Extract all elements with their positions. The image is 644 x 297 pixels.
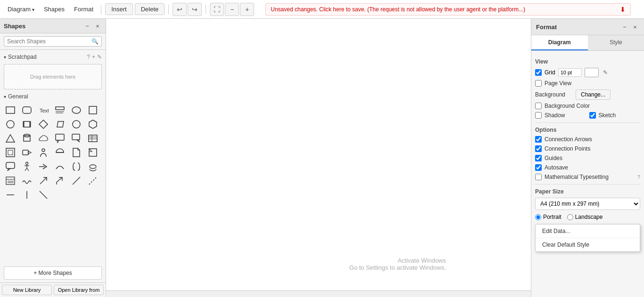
shape-rounded-rect[interactable] [20,104,33,117]
shapes-minimize-button[interactable]: − [83,22,91,30]
clear-default-style-menu-item[interactable]: Clear Default Style [536,238,640,251]
delete-button[interactable]: Delete [135,3,165,15]
shape-table[interactable] [86,132,99,145]
shape-line-diag2[interactable] [37,188,50,201]
history-tools: ↩ ↪ [173,3,202,16]
canvas-area[interactable]: Activate Windows Go to Settings to activ… [106,19,531,297]
grid-checkbox[interactable] [535,69,542,76]
scratchpad-help-button[interactable]: ? [87,54,90,60]
shape-callout[interactable] [53,132,66,145]
shape-heading[interactable] [53,104,66,117]
more-shapes-button[interactable]: + More Shapes [4,266,102,280]
shape-hexagon[interactable] [86,118,99,131]
guides-checkbox[interactable] [535,155,542,161]
unsaved-banner[interactable]: Unsaved changes. Click here to save. (Th… [265,3,631,16]
shape-parallelogram[interactable] [53,118,66,131]
shape-person[interactable] [37,146,50,159]
edit-data-menu-item[interactable]: Edit Data... [536,225,640,238]
menu-diagram[interactable]: Diagram [4,4,38,15]
connection-arrows-checkbox[interactable] [535,136,542,143]
shape-cloud[interactable] [37,132,50,145]
shape-line-v[interactable] [20,188,33,201]
shape-stick-figure[interactable] [20,160,33,173]
shape-another-callout[interactable] [70,132,83,145]
menu-format[interactable]: Format [70,4,97,15]
scratchpad-drop-area[interactable]: Drag elements here [4,64,102,89]
tab-diagram[interactable]: Diagram [531,35,588,50]
shape-triangle[interactable] [4,132,17,145]
shape-diamond[interactable] [37,118,50,131]
shape-segment[interactable] [53,160,66,173]
shape-inner-rect[interactable] [4,146,17,159]
zoom-in-button[interactable]: + [240,3,254,16]
insert-button[interactable]: Insert [105,3,133,15]
autosave-checkbox[interactable] [535,164,542,171]
zoom-out-button[interactable]: − [225,3,239,16]
svg-rect-34 [6,162,15,169]
shape-line-h[interactable] [4,188,17,201]
connection-points-checkbox[interactable] [535,145,542,152]
shape-diagonal-arrow[interactable] [37,174,50,187]
shapes-panel: Shapes − × 🔍 ▾ Scratchpad ? + ✎ [0,19,106,297]
shape-line-solid[interactable] [70,174,83,187]
format-minimize-button[interactable]: − [620,23,629,31]
grid-edit-button[interactable]: ✎ [602,69,609,76]
new-library-button[interactable]: New Library [2,285,52,295]
fit-button[interactable]: ⛶ [210,3,224,16]
shape-rectangle[interactable] [4,104,17,117]
horizontal-scrollbar[interactable] [106,290,531,297]
shape-empty-circle[interactable] [70,118,83,131]
shape-arrow-right[interactable] [37,160,50,173]
shape-list[interactable] [4,174,17,187]
grid-color-swatch[interactable] [585,68,599,77]
paper-size-select[interactable]: A4 (210 mm x 297 mm) A3 (297 mm x 420 mm… [535,198,640,210]
shape-doc[interactable] [70,146,83,159]
sketch-checkbox[interactable] [589,112,596,119]
shape-cylinder[interactable] [20,132,33,145]
shadow-checkbox[interactable] [535,112,542,119]
menu-shapes[interactable]: Shapes [40,4,68,15]
scratchpad-edit-button[interactable]: ✎ [97,54,102,60]
svg-line-48 [57,177,62,182]
shape-process[interactable] [20,118,33,131]
shapes-close-button[interactable]: × [93,22,102,30]
page-view-checkbox[interactable] [535,80,542,87]
shape-circle[interactable] [4,118,17,131]
shape-text[interactable]: Text [37,104,50,117]
shape-square[interactable] [86,104,99,117]
portrait-label[interactable]: Portrait [535,214,561,220]
redo-button[interactable]: ↪ [188,3,202,16]
scratchpad-add-button[interactable]: + [92,54,95,60]
grid-value-input[interactable] [558,68,582,77]
general-section[interactable]: ▾ General [2,91,104,102]
shape-data-storage[interactable] [86,160,99,173]
open-library-button[interactable]: Open Library from [54,285,104,295]
background-change-button[interactable]: Change... [576,89,611,100]
undo-button[interactable]: ↩ [173,3,187,16]
landscape-radio[interactable] [567,214,573,220]
format-close-button[interactable]: × [631,23,639,31]
download-icon: ⬇ [620,6,626,13]
shape-folded[interactable] [86,146,99,159]
shape-half-circle[interactable] [53,146,66,159]
general-label: General [8,93,28,100]
shape-arrow-up-right[interactable] [53,174,66,187]
svg-rect-27 [6,148,15,157]
shapes-panel-header: Shapes − × [0,19,106,33]
landscape-label[interactable]: Landscape [567,214,603,220]
tab-style[interactable]: Style [588,35,644,50]
background-color-checkbox[interactable] [535,103,542,109]
shape-squiggle[interactable] [20,174,33,187]
shape-waypoint[interactable] [20,146,33,159]
shape-bracket[interactable] [70,160,83,173]
portrait-radio[interactable] [535,214,541,220]
shape-ellipse[interactable] [70,104,83,117]
paper-size-section-label: Paper Size [535,188,640,195]
autosave-row: Autosave [535,164,640,171]
math-typesetting-checkbox[interactable] [535,174,542,180]
shape-line-dashed[interactable] [86,174,99,187]
view-section-label: View [535,58,640,65]
scratchpad-section[interactable]: ▾ Scratchpad ? + ✎ [2,52,104,62]
search-input[interactable] [7,38,91,45]
shape-speech-bubble[interactable] [4,160,17,173]
